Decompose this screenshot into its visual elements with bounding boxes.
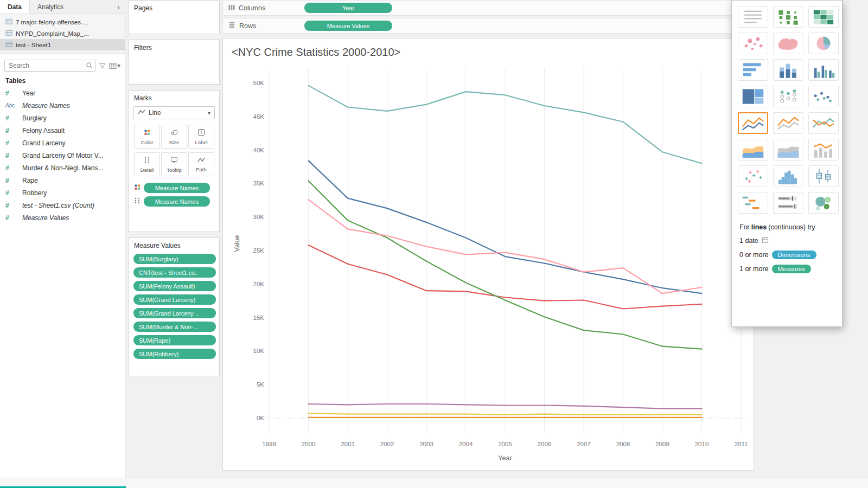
svg-text:35K: 35K xyxy=(253,180,265,187)
tooltip-button[interactable]: Tooltip xyxy=(161,152,187,176)
detail-button[interactable]: Detail xyxy=(134,152,160,176)
field-item-measure-names[interactable]: AbcMeasure Names xyxy=(0,99,125,112)
mark-type-value: Line xyxy=(149,109,161,117)
label-button-label: Label xyxy=(195,139,207,145)
svg-text:Year: Year xyxy=(498,454,512,462)
data-source-item[interactable]: 7 major-felony-offenses-... xyxy=(0,16,125,28)
showme-dual-combination[interactable] xyxy=(808,139,839,160)
showme-text-table[interactable] xyxy=(738,6,768,28)
label-button[interactable]: T Label xyxy=(188,125,214,149)
size-button[interactable]: Size xyxy=(161,125,187,149)
showme-dual-line[interactable] xyxy=(808,112,839,134)
svg-text:2006: 2006 xyxy=(538,441,552,447)
measure-value-pill[interactable]: SUM(Rape) xyxy=(133,335,216,345)
field-item-robbery[interactable]: #Robbery xyxy=(0,187,125,199)
color-button[interactable]: Color xyxy=(134,125,160,149)
showme-area-continuous[interactable] xyxy=(738,139,768,160)
showme-gantt[interactable] xyxy=(738,192,768,214)
showme-histogram[interactable] xyxy=(773,165,803,187)
filter-fields-icon[interactable] xyxy=(99,62,106,69)
path-icon xyxy=(197,157,205,165)
showme-scatter-plot[interactable] xyxy=(738,165,768,187)
path-button-label: Path xyxy=(196,166,207,172)
showme-side-by-side-circle[interactable] xyxy=(808,86,839,107)
cards-column: Pages Filters Marks Line ▾ Color Size T … xyxy=(129,0,220,382)
marks-pill-measure-names-detail[interactable]: Measure Names xyxy=(144,196,210,207)
measure-value-pill[interactable]: SUM(Grand Larceny) xyxy=(133,294,216,305)
showme-horizontal-bar[interactable] xyxy=(738,59,768,81)
chart-canvas[interactable]: 0K5K10K15K20K25K30K35K40K45K50K199920002… xyxy=(223,38,754,470)
mark-type-dropdown[interactable]: Line ▾ xyxy=(133,106,215,119)
filters-shelf[interactable]: Filters xyxy=(129,40,220,85)
pill-measure-values[interactable]: Measure Values xyxy=(304,21,392,31)
tables-header: Tables xyxy=(5,77,119,85)
showme-symbol-map[interactable] xyxy=(738,33,768,54)
measure-value-pill[interactable]: SUM(Robbery) xyxy=(133,349,216,359)
measure-value-pill[interactable]: SUM(Felony Assault) xyxy=(133,281,216,291)
pill-year[interactable]: Year xyxy=(304,3,392,13)
field-label: Rape xyxy=(22,177,38,184)
dimensions-pill: Dimensions xyxy=(772,251,816,259)
pages-shelf[interactable]: Pages xyxy=(129,0,220,34)
measure-value-pill[interactable]: SUM(Burglary) xyxy=(133,254,216,264)
showme-area-discrete[interactable] xyxy=(773,139,803,160)
svg-text:2004: 2004 xyxy=(459,441,473,447)
search-input[interactable] xyxy=(4,60,95,72)
measure-value-pill[interactable]: SUM(Grand Larceny .. xyxy=(133,308,216,318)
path-button[interactable]: Path xyxy=(188,152,214,176)
color-button-label: Color xyxy=(141,139,154,145)
label-icon: T xyxy=(197,129,205,138)
showme-filled-map[interactable] xyxy=(773,33,803,54)
measure-value-pill[interactable]: CNT(test - Sheet1.cs.. xyxy=(133,267,216,278)
field-label: Year xyxy=(22,89,35,97)
showme-packed-bubbles[interactable] xyxy=(808,192,839,214)
marks-pill-measure-names-color[interactable]: Measure Names xyxy=(144,183,210,193)
field-item-measure-values[interactable]: #Measure Values xyxy=(0,211,125,224)
showme-stacked-bar[interactable] xyxy=(773,59,803,81)
field-item-test-sheet1-csv-count[interactable]: #test - Sheet1.csv (Count) xyxy=(0,199,125,211)
showme-line-continuous[interactable] xyxy=(738,112,768,134)
field-item-burglary[interactable]: #Burglary xyxy=(0,112,125,124)
number-field-icon: # xyxy=(5,127,18,134)
field-item-grand-larceny[interactable]: #Grand Larceny xyxy=(0,137,125,149)
data-source-item[interactable]: test - Sheet1 xyxy=(0,39,125,50)
showme-circle-view[interactable] xyxy=(773,86,803,107)
chevron-down-icon: ▾ xyxy=(117,62,120,69)
worksheet-view: <NYC Crime Statistics 2000-2010> 0K5K10K… xyxy=(222,38,754,471)
field-item-felony-assault[interactable]: #Felony Assault xyxy=(0,124,125,137)
showme-highlight-table[interactable] xyxy=(808,6,839,28)
measure-values-pill-list: SUM(Burglary)CNT(test - Sheet1.cs..SUM(F… xyxy=(133,254,215,359)
size-button-label: Size xyxy=(169,139,179,145)
tab-data[interactable]: Data xyxy=(0,0,30,14)
showme-line-discrete[interactable] xyxy=(773,112,803,134)
field-item-grand-larceny-of-motor-v[interactable]: #Grand Larceny Of Motor V... xyxy=(0,149,125,162)
showme-side-by-side-bar[interactable] xyxy=(808,59,839,81)
field-item-rape[interactable]: #Rape xyxy=(0,174,125,187)
number-field-icon: # xyxy=(5,189,18,197)
color-icon xyxy=(143,129,151,138)
showme-bullet-graph[interactable] xyxy=(773,192,803,214)
showme-heat-map[interactable] xyxy=(773,6,803,28)
measure-value-pill[interactable]: SUM(Murder & Non-... xyxy=(133,322,216,332)
field-item-murder-non-negl-mans[interactable]: #Murder & Non-Negl. Mans... xyxy=(0,162,125,174)
chart-title[interactable]: <NYC Crime Statistics 2000-2010> xyxy=(232,46,400,59)
view-data-grid-icon[interactable]: ▾ xyxy=(109,62,120,69)
number-field-icon: # xyxy=(5,89,18,97)
collapse-pane-icon[interactable]: ‹ xyxy=(112,0,125,14)
tab-analytics[interactable]: Analytics xyxy=(30,0,71,14)
showme-treemap[interactable] xyxy=(738,86,768,107)
svg-text:2011: 2011 xyxy=(735,441,748,447)
data-source-list: 7 major-felony-offenses-...NYPD_Complain… xyxy=(0,14,125,54)
showme-hint: Forlines(continuous) try xyxy=(739,223,834,231)
columns-shelf-icon xyxy=(228,4,235,12)
svg-text:45K: 45K xyxy=(253,113,265,120)
showme-footer: Forlines(continuous) try 1 date 0 or mor… xyxy=(732,219,842,283)
showme-box-and-whisker[interactable] xyxy=(808,165,839,187)
field-item-year[interactable]: #Year xyxy=(0,87,125,99)
svg-text:2009: 2009 xyxy=(655,441,669,447)
data-source-item[interactable]: NYPD_Complaint_Map_... xyxy=(0,28,125,39)
field-search-row: ▾ xyxy=(4,60,120,72)
svg-text:2005: 2005 xyxy=(498,441,512,447)
svg-text:30K: 30K xyxy=(253,214,265,220)
showme-pie-chart[interactable] xyxy=(808,33,839,54)
